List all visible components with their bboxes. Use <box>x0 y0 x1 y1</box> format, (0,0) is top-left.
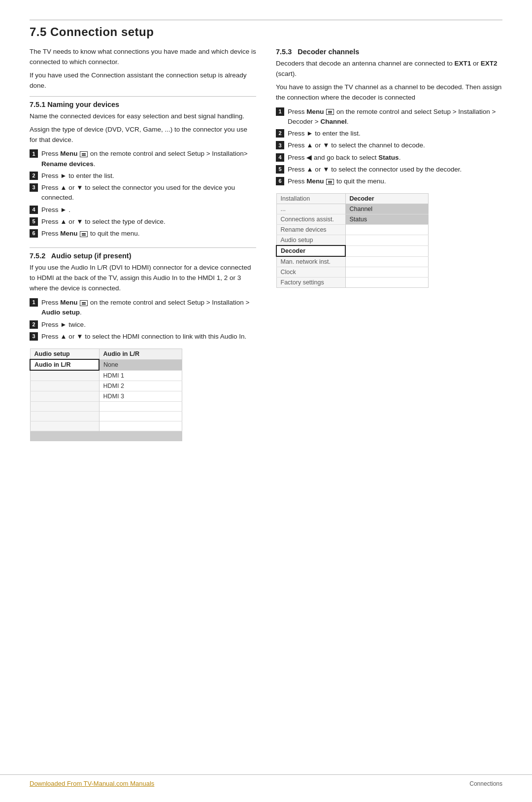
menu-icon-3 <box>80 300 88 306</box>
audio-setup-table-wrap: Audio setup Audio in L/R Audio in L/R No… <box>30 349 256 441</box>
audio-setup-table: Audio setup Audio in L/R Audio in L/R No… <box>30 349 182 441</box>
step-752-2: 2 Press ► twice. <box>30 320 256 330</box>
two-column-layout: The TV needs to know what connections yo… <box>30 47 502 450</box>
table-cell-e4 <box>99 411 182 421</box>
decoder-cell-decoder: Decoder <box>276 245 345 256</box>
table-row-empty-3 <box>30 421 182 431</box>
decoder-cell-conn: Connections assist. <box>276 214 345 225</box>
decoder-cell-empty-rename <box>345 225 429 235</box>
decoder-cell-empty-factory <box>345 278 429 288</box>
intro-p1: The TV needs to know what connections yo… <box>30 47 256 68</box>
rule-752 <box>30 247 256 248</box>
table-cell-empty-3 <box>30 391 99 401</box>
decoder-header-row: Installation Decoder <box>276 194 429 204</box>
decoder-row-man: Man. network inst. <box>276 256 429 267</box>
menu-icon-2 <box>80 231 88 237</box>
subsection-752: 7.5.2 Audio setup (if present) If you us… <box>30 247 256 441</box>
decoder-cell-factory: Factory settings <box>276 278 345 288</box>
table-header-row: Audio setup Audio in L/R <box>30 349 182 360</box>
table-row-empty-2 <box>30 411 182 421</box>
footer-link[interactable]: Downloaded From TV-Manual.com Manuals <box>30 780 154 787</box>
decoder-cell-rename: Rename devices <box>276 225 345 235</box>
decoder-cell-audio: Audio setup <box>276 235 345 246</box>
step-753-4: 4 Press ◀ and go back to select Status. <box>276 153 502 163</box>
table-row-empty-4 <box>30 431 182 441</box>
table-cell-e3 <box>30 411 99 421</box>
subsection-title-752: 7.5.2 Audio setup (if present) <box>30 252 256 260</box>
subsection-title-751: 7.5.1 Naming your devices <box>30 101 256 108</box>
table-cell-audio-lr-label: Audio in L/R <box>30 359 99 370</box>
intro-p2: If you have used the Connection assistan… <box>30 70 256 91</box>
step-753-1: 1 Press Menu on the remote control and s… <box>276 107 502 127</box>
steps-752: 1 Press Menu on the remote control and s… <box>30 298 256 342</box>
footer-right: Connections <box>469 780 502 787</box>
step-753-5: 5 Press ▲ or ▼ to select the connector u… <box>276 165 502 174</box>
decoder-cell-man: Man. network inst. <box>276 256 345 267</box>
table-cell-e8 <box>99 431 182 441</box>
table-header-col2: Audio in L/R <box>99 349 182 360</box>
menu-icon-5 <box>326 179 334 185</box>
subsection-751: 7.5.1 Naming your devices Name the conne… <box>30 96 256 239</box>
step-751-2: 2 Press ► to enter the list. <box>30 171 256 181</box>
step-751-5: 5 Press ▲ or ▼ to select the type of dev… <box>30 217 256 227</box>
step-751-6: 6 Press Menu to quit the menu. <box>30 229 256 239</box>
table-cell-e2 <box>99 401 182 411</box>
section-title: 7.5 Connection setup <box>30 25 502 39</box>
table-cell-e5 <box>30 421 99 431</box>
page-content: 7.5 Connection setup The TV needs to kno… <box>0 0 532 802</box>
menu-icon <box>80 151 88 157</box>
step-753-6: 6 Press Menu to quit the menu. <box>276 176 502 186</box>
table-row-empty-1 <box>30 401 182 411</box>
page-footer: Downloaded From TV-Manual.com Manuals Co… <box>0 774 532 787</box>
table-row-hdmi2: HDMI 2 <box>30 381 182 391</box>
table-row-audio-lr: Audio in L/R None <box>30 359 182 370</box>
body-752: If you use the Audio In L/R (DVI to HDMI… <box>30 263 256 294</box>
decoder-row-clock: Clock <box>276 267 429 278</box>
decoder-cell-channel: Channel <box>345 204 429 214</box>
table-cell-empty-2 <box>30 381 99 391</box>
step-752-3: 3 Press ▲ or ▼ to select the HDMI connec… <box>30 332 256 342</box>
decoder-row-conn: Connections assist. Status <box>276 214 429 225</box>
decoder-row-decoder: Decoder <box>276 245 429 256</box>
right-column: 7.5.3 Decoder channels Decoders that dec… <box>276 47 502 450</box>
subsection-753: 7.5.3 Decoder channels Decoders that dec… <box>276 48 502 288</box>
table-row-hdmi1: HDMI 1 <box>30 370 182 381</box>
table-cell-e6 <box>99 421 182 431</box>
step-753-2: 2 Press ► to enter the list. <box>276 129 502 139</box>
table-cell-hdmi3: HDMI 3 <box>99 391 182 401</box>
decoder-row-factory: Factory settings <box>276 278 429 288</box>
decoder-cell-empty-clock <box>345 267 429 278</box>
body-751-1: Name the connected devices for easy sele… <box>30 111 256 122</box>
decoder-cell-status: Status <box>345 214 429 225</box>
decoder-header-col2: Decoder <box>345 194 429 204</box>
table-cell-e1 <box>30 401 99 411</box>
steps-753: 1 Press Menu on the remote control and s… <box>276 107 502 187</box>
subsection-title-753: 7.5.3 Decoder channels <box>276 48 502 56</box>
left-column: The TV needs to know what connections yo… <box>30 47 256 450</box>
decoder-row-audio: Audio setup <box>276 235 429 246</box>
decoder-cell-empty-man <box>345 256 429 267</box>
table-header-col1: Audio setup <box>30 349 99 360</box>
table-cell-audio-lr-val: None <box>99 359 182 370</box>
table-cell-empty-1 <box>30 370 99 381</box>
table-cell-e7 <box>30 431 99 441</box>
decoder-table: Installation Decoder ... Channel Connect… <box>276 193 429 288</box>
body-753-2: You have to assign the TV channel as a c… <box>276 82 502 103</box>
step-752-1: 1 Press Menu on the remote control and s… <box>30 298 256 318</box>
step-751-4: 4 Press ► . <box>30 205 256 215</box>
body-751-2: Assign the type of device (DVD, VCR, Gam… <box>30 125 256 145</box>
top-rule <box>30 20 502 20</box>
decoder-cell-empty-decoder <box>345 245 429 256</box>
decoder-header-col1: Installation <box>276 194 345 204</box>
decoder-cell-empty-audio <box>345 235 429 246</box>
rule-751 <box>30 96 256 97</box>
table-cell-hdmi2: HDMI 2 <box>99 381 182 391</box>
decoder-row-rename: Rename devices <box>276 225 429 235</box>
menu-icon-4 <box>326 109 334 115</box>
table-cell-hdmi1: HDMI 1 <box>99 370 182 381</box>
decoder-cell-dots: ... <box>276 204 345 214</box>
body-753-1: Decoders that decode an antenna channel … <box>276 59 502 79</box>
table-row-hdmi3: HDMI 3 <box>30 391 182 401</box>
step-751-3: 3 Press ▲ or ▼ to select the connector y… <box>30 183 256 203</box>
step-753-3: 3 Press ▲ or ▼ to select the channel to … <box>276 140 502 150</box>
